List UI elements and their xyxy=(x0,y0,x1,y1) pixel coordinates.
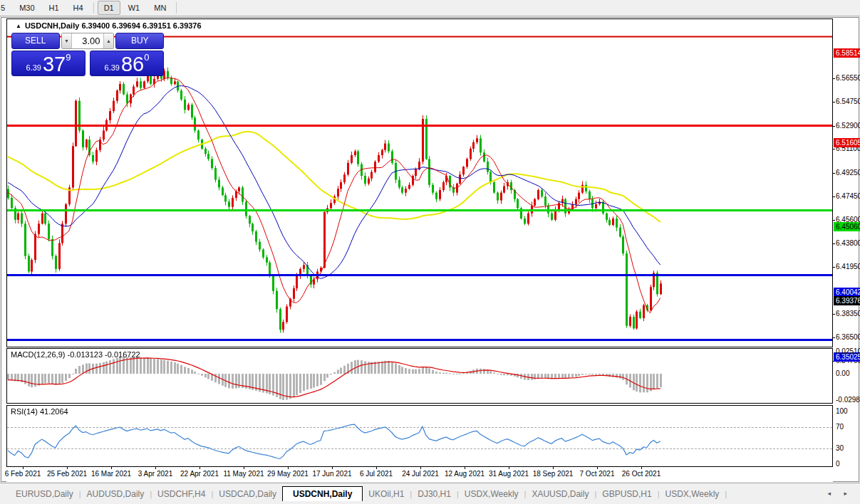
rsi-scale-label: 30 xyxy=(836,444,844,452)
date-tick-mark xyxy=(332,467,333,469)
price-tick-mark xyxy=(833,149,835,149)
macd-label: MACD(12,26,9) -0.013123 -0.016722 xyxy=(11,350,140,359)
status-strip xyxy=(0,501,860,504)
date-tick-mark xyxy=(641,467,642,469)
date-tick-mark xyxy=(288,467,289,469)
rsi-scale-label: 100 xyxy=(836,407,848,415)
date-tick-mark xyxy=(155,467,156,469)
buy-price-display[interactable]: 6.39 86 0 xyxy=(90,51,164,76)
date-tick-label: 25 Feb 2021 xyxy=(42,470,92,478)
main-chart-panel[interactable]: ▲USDCNH,Daily 6.39400 6.39694 6.39151 6.… xyxy=(6,19,833,347)
chart-tab-usdx-weekly-10[interactable]: USDX,Weekly xyxy=(660,487,725,501)
collapse-panel-icon[interactable]: ▲ xyxy=(16,23,21,29)
price-tick-mark xyxy=(833,220,835,221)
price-tick-mark xyxy=(833,314,835,315)
timeframe-button-m30[interactable]: M30 xyxy=(13,1,41,15)
sell-price-main: 37 xyxy=(43,55,66,73)
price-tick-mark xyxy=(833,126,835,127)
date-tick-mark xyxy=(597,467,598,469)
rsi-label: RSI(14) 41.2064 xyxy=(11,407,68,416)
date-tick-mark xyxy=(67,467,68,469)
timeframe-button-w1[interactable]: W1 xyxy=(122,1,147,15)
toolbar-separator xyxy=(176,2,177,14)
price-level-badge: 6.39376 xyxy=(834,296,860,305)
sell-price-display[interactable]: 6.39 37 9 xyxy=(11,51,86,76)
date-tick-mark xyxy=(420,467,421,469)
chart-tab-ukoil-h1-5[interactable]: UKOil,H1 xyxy=(363,487,410,501)
price-tick-label: 6.43800 xyxy=(836,239,860,247)
timeframe-button-5[interactable]: 5 xyxy=(0,1,11,15)
price-tick-label: 6.52900 xyxy=(836,122,860,130)
date-tick-label: 17 Jun 2021 xyxy=(307,470,357,478)
timeframe-button-mn[interactable]: MN xyxy=(147,1,172,15)
price-tick-mark xyxy=(833,102,835,103)
buy-price-prefix: 6.39 xyxy=(105,63,120,72)
price-tick-label: 6.49250 xyxy=(836,169,860,177)
price-tick-label: 6.36500 xyxy=(836,333,860,341)
chart-title: ▲USDCNH,Daily 6.39400 6.39694 6.39151 6.… xyxy=(16,21,202,30)
chart-tab-usdx-weekly-7[interactable]: USDX,Weekly xyxy=(459,487,524,501)
date-tick-label: 11 May 2021 xyxy=(219,470,269,478)
chart-symbol-label: USDCNH,Daily xyxy=(25,21,79,30)
date-tick-mark xyxy=(465,467,465,469)
chart-tab-bar: EURUSD,Daily|AUDUSD,Daily|USDCHF,H4|USDC… xyxy=(0,483,860,501)
chart-tab-eurusd-daily-0[interactable]: EURUSD,Daily xyxy=(10,487,79,501)
date-tick-mark xyxy=(553,467,554,469)
date-tick-label: 18 Sep 2021 xyxy=(528,470,578,478)
timeframe-button-h4[interactable]: H4 xyxy=(67,1,90,15)
sell-price-pip: 9 xyxy=(66,52,71,63)
chart-tab-dj30-h1-6[interactable]: DJ30,H1 xyxy=(412,487,457,501)
chart-window: ▲USDCNH,Daily 6.39400 6.39694 6.39151 6.… xyxy=(1,17,859,482)
chart-tab-audusd-daily-1[interactable]: AUDUSD,Daily xyxy=(81,487,150,501)
price-tick-mark xyxy=(833,173,835,174)
price-tick-label: 6.54750 xyxy=(836,98,860,105)
sell-button[interactable]: SELL xyxy=(11,33,60,49)
date-tick-label: 29 May 2021 xyxy=(263,470,313,478)
date-tick-label: 12 Aug 2021 xyxy=(440,470,489,478)
date-tick-mark xyxy=(200,467,200,469)
timeframe-button-h1[interactable]: H1 xyxy=(43,1,66,15)
date-tick-label: 16 Mar 2021 xyxy=(86,470,136,478)
date-tick-label: 7 Oct 2021 xyxy=(572,470,622,478)
price-level-badge: 6.58514 xyxy=(834,48,860,58)
date-tick-label: 31 Aug 2021 xyxy=(484,470,534,478)
timeframe-toolbar: 5M30H1H4D1W1MN xyxy=(0,0,860,16)
buy-price-main: 86 xyxy=(121,55,144,73)
macd-indicator-panel[interactable]: MACD(12,26,9) -0.013123 -0.016722 xyxy=(6,348,833,404)
price-tick-label: 6.56550 xyxy=(836,74,860,82)
tab-separator: | xyxy=(725,490,727,501)
chart-tab-gbpusd-h1-9[interactable]: GBPUSD,H1 xyxy=(596,487,657,501)
macd-scale-label: 0.00 xyxy=(836,369,849,377)
price-tick-mark xyxy=(833,243,835,244)
price-tick-mark xyxy=(833,78,835,79)
volume-decrease-icon[interactable]: ▼ xyxy=(62,33,73,48)
date-tick-mark xyxy=(244,467,244,469)
macd-scale-label: -0.02988 xyxy=(836,396,860,404)
chart-tab-usdchf-h4-2[interactable]: USDCHF,H4 xyxy=(152,487,211,501)
chart-tab-usdcnh-daily-4[interactable]: USDCNH,Daily xyxy=(282,486,363,502)
price-axis[interactable]: 6.565506.547506.529006.511006.492506.474… xyxy=(833,18,860,483)
date-tick-label: 22 Apr 2021 xyxy=(175,470,224,478)
date-tick-mark xyxy=(509,467,509,469)
price-tick-mark xyxy=(833,337,835,338)
chart-ohlc-values: 6.39400 6.39694 6.39151 6.39376 xyxy=(81,21,201,30)
date-axis[interactable]: 6 Feb 202125 Feb 202116 Mar 20213 Apr 20… xyxy=(6,467,833,482)
date-tick-label: 26 Oct 2021 xyxy=(616,470,666,478)
tab-scroll-arrows[interactable]: ◂ ▸ xyxy=(827,490,860,501)
macd-scale-label: 0.02510 xyxy=(836,347,860,355)
volume-input[interactable]: 3.00 xyxy=(72,33,103,48)
date-tick-label: 6 Jul 2021 xyxy=(351,470,401,478)
timeframe-button-d1[interactable]: D1 xyxy=(98,1,120,15)
chart-tab-usdcad-daily-3[interactable]: USDCAD,Daily xyxy=(213,487,282,501)
rsi-indicator-panel[interactable]: RSI(14) 41.2064 xyxy=(6,405,833,467)
date-tick-mark xyxy=(23,467,24,469)
price-tick-label: 6.47450 xyxy=(836,192,860,200)
buy-button[interactable]: BUY xyxy=(115,33,164,49)
volume-increase-icon[interactable]: ▲ xyxy=(103,33,114,48)
date-tick-mark xyxy=(111,467,112,469)
price-tick-label: 6.38350 xyxy=(836,310,860,317)
rsi-canvas[interactable] xyxy=(7,406,832,466)
price-level-badge: 6.45060 xyxy=(834,222,860,231)
rsi-scale-label: 0 xyxy=(836,460,840,468)
chart-tab-xauusd-daily-8[interactable]: XAUUSD,Daily xyxy=(526,487,594,501)
